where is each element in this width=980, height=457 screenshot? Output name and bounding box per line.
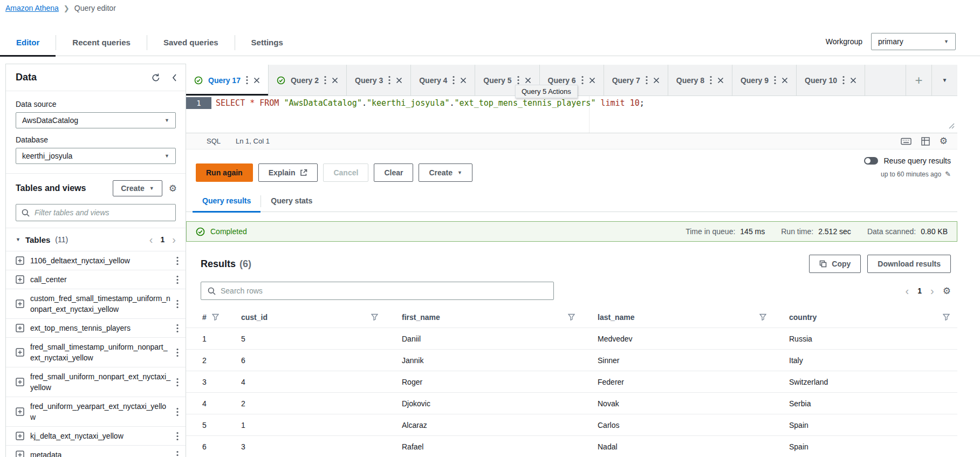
table-list-item[interactable]: fred_uniform_yearpart_ext_nyctaxi_yellow	[6, 397, 186, 427]
column-filter-icon[interactable]	[943, 313, 950, 320]
column-filter-icon[interactable]	[371, 313, 378, 320]
close-icon[interactable]	[782, 77, 788, 84]
expand-table-icon[interactable]	[16, 324, 24, 332]
kebab-menu-icon[interactable]	[774, 76, 776, 85]
expand-table-icon[interactable]	[16, 348, 24, 357]
edit-pencil-icon[interactable]: ✎	[945, 170, 951, 178]
query-tab-query-9[interactable]: Query 9	[732, 65, 797, 96]
column-header[interactable]: cust_id	[227, 313, 386, 322]
page-next-icon[interactable]: ›	[172, 234, 176, 245]
expand-table-icon[interactable]	[16, 432, 24, 440]
chevron-down-icon[interactable]: ▼	[16, 237, 20, 242]
table-row[interactable]: 63RafaelNadalSpain	[186, 436, 957, 457]
explain-button[interactable]: Explain	[258, 163, 318, 182]
results-page-number[interactable]: 1	[917, 287, 922, 295]
results-page-next-icon[interactable]: ›	[930, 285, 934, 296]
new-query-tab-button[interactable]: +	[906, 65, 931, 96]
table-list-item[interactable]: ext_top_mens_tennis_players	[6, 319, 186, 338]
sql-statement[interactable]: SELECT * FROM "AwsDataCatalog"."keerthi_…	[211, 97, 645, 109]
create-query-button[interactable]: Create ▼	[419, 163, 472, 182]
query-tab-query-10[interactable]: Query 10	[797, 65, 865, 96]
keyboard-shortcuts-icon[interactable]	[901, 137, 912, 146]
run-again-button[interactable]: Run again	[196, 163, 253, 182]
expand-table-icon[interactable]	[16, 256, 24, 265]
close-icon[interactable]	[717, 77, 724, 84]
data-source-select[interactable]: AwsDataCatalog ▼	[16, 112, 176, 128]
results-page-prev-icon[interactable]: ‹	[906, 285, 909, 296]
kebab-menu-icon[interactable]	[176, 407, 179, 417]
close-icon[interactable]	[332, 77, 338, 84]
table-row[interactable]: 34RogerFedererSwitzerland	[186, 371, 957, 393]
table-row[interactable]: 15DaniilMedvedevRussia	[186, 328, 957, 350]
kebab-menu-icon[interactable]	[176, 378, 179, 387]
workgroup-select[interactable]: primary ▼	[871, 33, 956, 50]
table-list-item[interactable]: fred_small_uniform_nonpart_ext_nyctaxi_y…	[6, 367, 186, 397]
table-list-item[interactable]: 1106_deltaext_nyctaxi_yellow	[6, 251, 186, 270]
cancel-button[interactable]: Cancel	[323, 163, 368, 182]
query-tab-query-2[interactable]: Query 2	[269, 65, 347, 96]
copy-button[interactable]: Copy	[809, 255, 861, 273]
table-view-icon[interactable]	[921, 137, 930, 146]
refresh-icon[interactable]	[151, 73, 161, 83]
table-row[interactable]: 42DjokovicNovakSerbia	[186, 393, 957, 414]
column-filter-icon[interactable]	[568, 313, 575, 320]
column-filter-icon[interactable]	[759, 313, 766, 320]
close-icon[interactable]	[850, 77, 856, 84]
kebab-menu-icon[interactable]	[176, 432, 179, 441]
kebab-menu-icon[interactable]	[176, 256, 179, 265]
page-number[interactable]: 1	[161, 235, 165, 244]
close-icon[interactable]	[525, 77, 531, 84]
close-icon[interactable]	[460, 77, 467, 84]
nav-tab-editor[interactable]: Editor	[0, 38, 56, 57]
query-tab-query-4[interactable]: Query 4	[411, 65, 475, 96]
kebab-menu-icon[interactable]	[176, 299, 179, 309]
table-list-item[interactable]: call_center	[6, 270, 186, 289]
kebab-menu-icon[interactable]	[453, 76, 455, 85]
table-list-item[interactable]: kj_delta_ext_nyctaxi_yellow	[6, 427, 186, 446]
expand-table-icon[interactable]	[16, 407, 24, 416]
close-icon[interactable]	[253, 77, 260, 84]
filter-tables-input[interactable]: Filter tables and views	[16, 204, 176, 221]
sql-editor[interactable]: 1 SELECT * FROM "AwsDataCatalog"."keerth…	[186, 96, 957, 133]
kebab-menu-icon[interactable]	[517, 76, 519, 85]
kebab-menu-icon[interactable]	[176, 451, 179, 457]
kebab-menu-icon[interactable]	[581, 76, 584, 85]
expand-table-icon[interactable]	[16, 275, 24, 284]
search-rows-input[interactable]: Search rows	[201, 282, 554, 300]
database-select[interactable]: keerthi_josyula ▼	[16, 148, 176, 164]
column-filter-icon[interactable]	[212, 313, 219, 320]
reuse-toggle[interactable]	[864, 157, 878, 165]
column-header[interactable]: last_name	[582, 313, 774, 322]
nav-tab-recent-queries[interactable]: Recent queries	[56, 38, 147, 57]
expand-table-icon[interactable]	[16, 299, 24, 308]
page-prev-icon[interactable]: ‹	[149, 234, 153, 245]
table-list-item[interactable]: metadata	[6, 446, 186, 457]
tab-query-stats[interactable]: Query stats	[261, 196, 322, 213]
resize-handle-icon[interactable]	[947, 121, 955, 131]
expand-table-icon[interactable]	[16, 378, 24, 386]
kebab-menu-icon[interactable]	[842, 76, 845, 85]
close-icon[interactable]	[396, 77, 402, 84]
create-button[interactable]: Create ▼	[113, 180, 162, 196]
nav-tab-saved-queries[interactable]: Saved queries	[147, 38, 235, 57]
kebab-menu-icon[interactable]	[176, 348, 179, 357]
nav-tab-settings[interactable]: Settings	[235, 38, 299, 57]
table-row[interactable]: 26JannikSinnerItaly	[186, 350, 957, 371]
close-icon[interactable]	[589, 77, 595, 84]
kebab-menu-icon[interactable]	[246, 76, 248, 85]
table-list-item[interactable]: fred_small_timestamp_uniform_nonpart_ext…	[6, 338, 186, 367]
breadcrumb-link-athena[interactable]: Amazon Athena	[5, 4, 59, 12]
tab-query-results[interactable]: Query results	[193, 196, 261, 213]
editor-settings-gear-icon[interactable]: ⚙	[940, 137, 948, 146]
kebab-menu-icon[interactable]	[388, 76, 390, 85]
download-results-button[interactable]: Download results	[867, 255, 951, 273]
table-row[interactable]: 51AlcarazCarlosSpain	[186, 414, 957, 436]
column-header[interactable]: country	[774, 313, 957, 322]
query-tab-query-8[interactable]: Query 8	[668, 65, 732, 96]
query-tab-query-3[interactable]: Query 3	[347, 65, 411, 96]
close-icon[interactable]	[653, 77, 660, 84]
query-tab-query-17[interactable]: Query 17	[186, 65, 269, 96]
kebab-menu-icon[interactable]	[324, 76, 326, 85]
gear-icon[interactable]: ⚙	[169, 184, 177, 193]
kebab-menu-icon[interactable]	[176, 324, 179, 333]
